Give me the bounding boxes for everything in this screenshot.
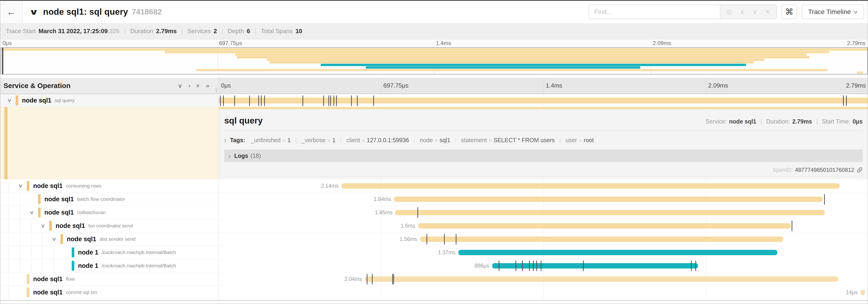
span-tree-row[interactable]: node 1/cockroach.roachpb.Internal/Batch bbox=[0, 259, 219, 272]
tree-chevron-slot: ∨ bbox=[51, 236, 58, 242]
locate-icon[interactable]: ◎ bbox=[726, 8, 732, 15]
tree-controls: ∨ › » » bbox=[178, 82, 209, 90]
tree-chevron-slot: ∨ bbox=[28, 209, 35, 215]
summary-item: Services2 bbox=[188, 28, 217, 35]
span-operation-name: dist sender send bbox=[99, 236, 135, 242]
chevron-right-icon: › bbox=[228, 151, 230, 160]
span-bar-row[interactable]: 1.6ms bbox=[219, 219, 868, 233]
meta-label: Start Time: bbox=[822, 118, 850, 125]
tree-expand-chevron-icon[interactable]: ∨ bbox=[29, 209, 34, 215]
span-bar[interactable] bbox=[365, 276, 838, 282]
span-bar[interactable] bbox=[394, 197, 823, 202]
expand-one-icon[interactable]: › bbox=[188, 82, 190, 90]
logs-accordion[interactable]: ›Logs(18) bbox=[224, 149, 863, 162]
equals-sign: = bbox=[489, 138, 492, 144]
span-bar-row[interactable]: 1.56ms bbox=[219, 233, 868, 246]
tree-expand-chevron-icon[interactable]: ∨ bbox=[52, 236, 57, 242]
tags-row[interactable]: ›Tags:_unfinished=1|_verbose=1|client=12… bbox=[224, 133, 863, 147]
span-tree-row[interactable]: ∨node sql1txn coordinator send bbox=[0, 219, 219, 233]
meta-separator: | bbox=[816, 118, 818, 125]
tag-value: 1 bbox=[332, 137, 335, 144]
span-detail-meta: Service:node sql1|Duration:2.79ms|Start … bbox=[706, 118, 863, 125]
ruler-tick-label: 0μs bbox=[221, 82, 231, 89]
next-match-icon[interactable]: ∨ bbox=[752, 8, 757, 15]
span-bar-row[interactable]: 14μs bbox=[219, 286, 868, 299]
span-bar-row[interactable] bbox=[219, 94, 868, 107]
panel-divider[interactable] bbox=[219, 78, 219, 304]
log-tick bbox=[329, 96, 329, 106]
span-bar-row[interactable]: 1.85ms bbox=[219, 206, 868, 219]
expand-all-icon[interactable]: » bbox=[206, 82, 209, 90]
minimap-span-strip bbox=[196, 69, 827, 71]
column-resize-grip[interactable]: ∥ bbox=[215, 87, 218, 93]
log-tick bbox=[264, 96, 265, 106]
trace-title-group: ∨ node sql1: sql query 7418682 bbox=[31, 1, 162, 23]
tree-expand-chevron-icon[interactable]: ∨ bbox=[7, 97, 12, 103]
span-tree-row[interactable]: node sql1batch flow coordinator bbox=[0, 193, 219, 206]
span-timeline: sql queryService:node sql1|Duration:2.79… bbox=[219, 94, 868, 299]
span-color-bar bbox=[27, 274, 29, 284]
summary-separator: | bbox=[255, 28, 256, 35]
span-tree-row[interactable]: ∨node sql1colbatchscan bbox=[0, 206, 219, 219]
span-operation-name: sql query bbox=[55, 98, 74, 103]
tree-expand-chevron-icon[interactable]: ∨ bbox=[41, 223, 45, 229]
log-tick bbox=[351, 96, 352, 106]
summary-value: 10 bbox=[296, 28, 302, 35]
log-tick bbox=[234, 96, 235, 106]
selected-span-color-strip bbox=[4, 107, 7, 179]
indent-guide bbox=[20, 219, 20, 232]
copy-link-icon[interactable] bbox=[857, 167, 863, 173]
keyboard-shortcuts-button[interactable]: ⌘ bbox=[782, 5, 797, 19]
trace-minimap[interactable] bbox=[1, 47, 868, 74]
span-tree-row[interactable]: ∨node sql1dist sender send bbox=[0, 233, 219, 246]
span-service-name: node sql1 bbox=[22, 97, 52, 104]
ruler-tick-label: 2.79ms bbox=[846, 82, 866, 89]
spanid-value: 4877749850101760812 bbox=[795, 167, 854, 173]
ruler-tick-label: 2.09ms bbox=[708, 82, 728, 89]
span-tree-row[interactable]: node sql1flow bbox=[0, 272, 219, 286]
trace-timeline-dropdown[interactable]: Trace Timeline ∨ bbox=[802, 5, 864, 19]
collapse-all-icon[interactable]: » bbox=[194, 84, 202, 87]
back-button[interactable]: ← bbox=[0, 1, 23, 23]
span-tree-row[interactable]: ∨node sql1sql query bbox=[0, 94, 219, 107]
clear-find-icon[interactable]: ✕ bbox=[765, 8, 770, 15]
collapse-trace-chevron-icon[interactable]: ∨ bbox=[29, 7, 38, 16]
span-tree-row[interactable]: ∨node sql1consuming rows bbox=[0, 179, 219, 193]
span-bar[interactable] bbox=[341, 183, 840, 189]
span-bar[interactable] bbox=[492, 263, 698, 269]
span-bar[interactable] bbox=[219, 98, 868, 103]
prev-match-icon[interactable]: ∧ bbox=[740, 8, 745, 15]
span-operation-name: /cockroach.roachpb.Internal/Batch bbox=[102, 249, 176, 255]
span-tree-row[interactable]: node 1/cockroach.roachpb.Internal/Batch bbox=[0, 246, 219, 259]
span-color-bar bbox=[61, 234, 63, 244]
find-input[interactable] bbox=[589, 5, 720, 19]
tag-item: _unfinished=1 bbox=[251, 137, 291, 144]
chevron-right-icon: › bbox=[224, 136, 226, 144]
indent-guide bbox=[20, 233, 20, 246]
span-bar[interactable] bbox=[395, 210, 825, 215]
span-bar-row[interactable]: 886μs bbox=[219, 259, 868, 272]
span-service-name: node 1 bbox=[78, 262, 98, 269]
span-bar-row[interactable]: 2.04ms bbox=[219, 272, 868, 286]
log-tick bbox=[330, 96, 331, 106]
log-tick bbox=[258, 96, 259, 106]
span-bar[interactable] bbox=[418, 223, 791, 229]
indent-guide bbox=[31, 219, 31, 232]
span-bar[interactable] bbox=[458, 250, 777, 255]
span-tree-row[interactable]: node sql1commit sql txn bbox=[0, 286, 219, 299]
span-bar-row[interactable]: 1.37ms bbox=[219, 246, 868, 259]
summary-value: March 31 2022, 17:25:09 bbox=[38, 28, 108, 35]
log-tick bbox=[249, 96, 250, 106]
span-bar-row[interactable]: 2.14ms bbox=[219, 179, 868, 193]
tree-expand-chevron-icon[interactable]: ∨ bbox=[18, 183, 23, 189]
collapse-one-icon[interactable]: ∨ bbox=[178, 82, 182, 90]
span-bar-row[interactable]: 1.84ms bbox=[219, 193, 868, 206]
span-service-name: node sql1 bbox=[67, 236, 96, 243]
selected-span-highlight bbox=[0, 107, 219, 179]
span-bar[interactable] bbox=[861, 290, 865, 295]
minimap-drag-handle[interactable] bbox=[2, 48, 3, 74]
ruler-gridline bbox=[706, 78, 706, 94]
top-bar: ← ∨ node sql1: sql query 7418682 ◎ ∧ ∨ ✕… bbox=[0, 1, 868, 23]
span-bar[interactable] bbox=[420, 237, 783, 242]
find-icon-group: ◎ ∧ ∨ ✕ bbox=[720, 5, 776, 19]
